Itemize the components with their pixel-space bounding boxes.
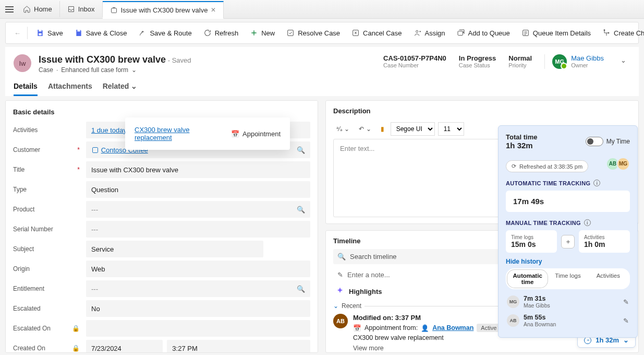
app-tab-bar: Home Inbox Issue with CX300 brew valve ✕ [0, 0, 644, 19]
serial-field[interactable]: --- [86, 221, 310, 238]
svg-rect-4 [288, 30, 294, 36]
back-button[interactable]: ← [11, 26, 24, 40]
history-segmented: Automatic time Time logs Activities [506, 268, 630, 289]
appointment-icon: 📅 [353, 324, 361, 332]
account-icon [91, 146, 99, 154]
svg-rect-3 [77, 30, 80, 31]
created-on-time: 3:27 PM [167, 340, 310, 353]
chevron-down-icon[interactable]: ⌄ [131, 66, 137, 74]
section-tabs: Details Attachments Related ⌄ [5, 74, 639, 96]
tab-attachments[interactable]: Attachments [48, 79, 92, 96]
seg-auto[interactable]: Automatic time [507, 270, 548, 288]
tab-related[interactable]: Related ⌄ [103, 79, 137, 96]
inbox-icon [67, 5, 75, 13]
hamburger-icon[interactable] [3, 3, 16, 16]
hover-card-type: 📅 Appointment [231, 130, 281, 138]
activities-label: Activities [13, 126, 82, 134]
lookup-search-icon[interactable]: 🔍 [297, 206, 305, 214]
escalated-on-label: Escalated On🔒 [13, 325, 82, 332]
svg-rect-1 [39, 30, 41, 31]
translate-tool[interactable]: ᵃ⁄ₐ ⌄ [333, 123, 353, 135]
serial-label: Serial Number [13, 226, 82, 233]
escalated-on-field [86, 320, 310, 337]
product-field[interactable]: ---🔍 [86, 201, 310, 218]
hide-history-link[interactable]: Hide history [506, 258, 630, 265]
case-number: CAS-01057-P7P4N0 [383, 54, 446, 62]
chevron-down-icon: ⌄ [131, 82, 137, 90]
plus-icon [250, 29, 258, 37]
timeline-from-link[interactable]: Ana Bowman [432, 324, 473, 332]
refresh-icon [203, 29, 212, 37]
lookup-search-icon[interactable]: 🔍 [297, 146, 305, 154]
lookup-search-icon[interactable]: 🔍 [297, 285, 305, 293]
tab-inbox[interactable]: Inbox [60, 1, 103, 17]
time-logs-box[interactable]: Time logs 15m 0s [506, 230, 557, 253]
type-field[interactable]: Question [86, 181, 310, 198]
new-button[interactable]: New [245, 26, 280, 40]
svg-point-10 [608, 32, 609, 33]
queue-details-button[interactable]: Queue Item Details [516, 26, 596, 40]
svg-rect-11 [93, 147, 98, 152]
record-title: Issue with CX300 brew valve [39, 54, 166, 65]
cancel-icon [351, 29, 360, 37]
presence-avatar-mg[interactable]: MG [616, 157, 630, 171]
edit-icon[interactable]: ✎ [623, 317, 629, 325]
info-icon[interactable]: i [593, 180, 600, 186]
case-icon [110, 6, 118, 14]
type-label: Type [13, 186, 82, 193]
auto-tracking-heading: AUTOMATIC TIME TRACKINGi [506, 180, 630, 186]
record-avatar: Iw [14, 54, 31, 72]
seg-activities[interactable]: Activities [588, 270, 628, 288]
avatar: AB [507, 314, 519, 327]
tab-details[interactable]: Details [14, 79, 38, 96]
save-close-button[interactable]: Save & Close [69, 26, 132, 40]
queue-details-icon [521, 29, 530, 37]
resolve-icon [286, 29, 295, 37]
activity-hover-card: CX300 brew valve replacement 📅 Appointme… [125, 117, 290, 150]
save-route-button[interactable]: Save & Route [133, 26, 197, 40]
entity-name: Case [39, 66, 53, 74]
hover-card-link[interactable]: CX300 brew valve replacement [135, 126, 218, 141]
escalated-field[interactable]: No [86, 300, 310, 317]
add-queue-button[interactable]: Add to Queue [452, 26, 515, 40]
seg-logs[interactable]: Time logs [548, 270, 588, 288]
status-badge: Active [477, 324, 501, 332]
refresh-pill[interactable]: ⟳ Refreshed at 3:38:35 pm [506, 160, 588, 172]
search-icon: 🔍 [337, 253, 346, 261]
edit-icon[interactable]: ✎ [623, 298, 629, 306]
resolve-case-button[interactable]: Resolve Case [281, 26, 345, 40]
form-name[interactable]: Enhanced full case form [61, 66, 128, 74]
origin-field[interactable]: Web [86, 261, 310, 277]
header-expand[interactable]: ⌄ [616, 54, 630, 66]
undo-tool[interactable]: ↶ ⌄ [356, 123, 374, 135]
activities-box[interactable]: Activities 1h 0m [579, 230, 630, 253]
font-select[interactable]: Segoe UI [391, 122, 435, 136]
owner-name[interactable]: Mae Gibbs [571, 54, 604, 62]
subject-field[interactable]: Service [86, 241, 263, 257]
product-label: Product [13, 206, 82, 213]
person-icon: 👤 [421, 324, 429, 332]
title-field[interactable]: Issue with CX300 brew valve [86, 161, 310, 178]
add-time-log-button[interactable]: ＋ [561, 235, 575, 249]
timeline-avatar: AB [333, 314, 348, 328]
save-button[interactable]: Save [31, 26, 68, 40]
history-item[interactable]: MG 7m 31sMae Gibbs ✎ [506, 292, 630, 311]
create-child-button[interactable]: Create Child Case [597, 26, 644, 40]
save-close-icon [75, 29, 83, 37]
title-label: Title* [13, 166, 82, 173]
cancel-case-button[interactable]: Cancel Case [346, 26, 407, 40]
refresh-button[interactable]: Refresh [198, 26, 244, 40]
tab-case-active[interactable]: Issue with CX300 brew valve ✕ [103, 1, 224, 19]
history-item[interactable]: AB 5m 55sAna Bowman ✎ [506, 311, 630, 330]
close-icon[interactable]: ✕ [211, 6, 216, 14]
highlight-tool[interactable]: ▮ [378, 123, 387, 135]
collapse-icon[interactable]: ⌄ [333, 302, 338, 310]
tab-home[interactable]: Home [16, 1, 60, 17]
assign-button[interactable]: Assign [408, 26, 451, 40]
info-icon[interactable]: i [584, 219, 591, 226]
entitlement-field[interactable]: ---🔍 [86, 280, 310, 297]
fontsize-select[interactable]: 11 [438, 122, 464, 136]
route-icon [138, 29, 147, 37]
mytime-toggle[interactable] [586, 137, 603, 146]
total-time-label: Total time [506, 133, 537, 141]
